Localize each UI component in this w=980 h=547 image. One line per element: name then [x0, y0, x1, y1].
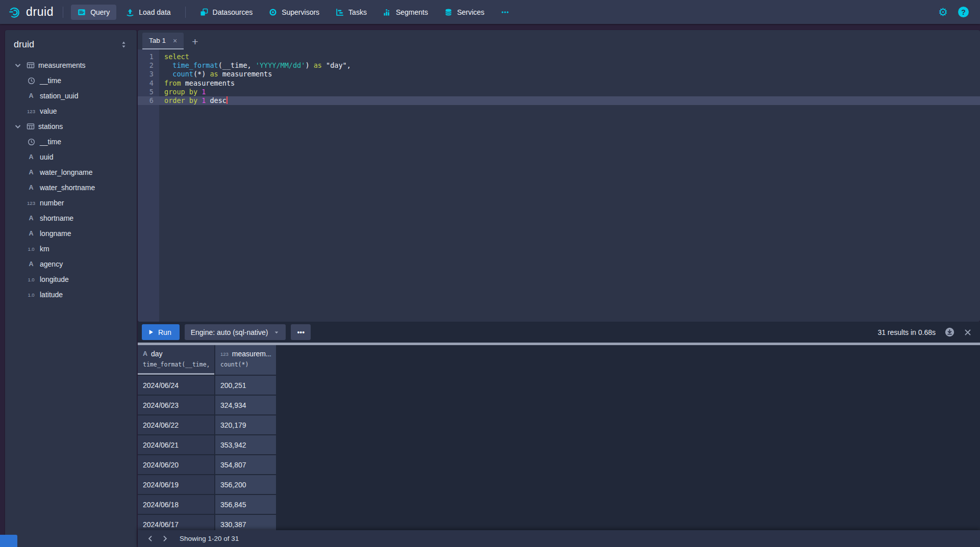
nav-item-tasks[interactable]: Tasks [329, 5, 373, 20]
druid-logo-icon [8, 6, 21, 19]
nav-item-supervisors[interactable]: Supervisors [262, 5, 326, 20]
results-table: Aday time_format(__time, … 123measurem..… [138, 345, 980, 530]
cell-count[interactable]: 330,387 [215, 515, 276, 530]
tree-table-stations[interactable]: stations [5, 119, 137, 134]
tree-column-time[interactable]: __time [5, 73, 137, 88]
nav-item-label: Load data [139, 8, 170, 16]
cell-day[interactable]: 2024/06/24 [138, 376, 214, 395]
more-icon [501, 8, 509, 16]
cell-day[interactable]: 2024/06/19 [138, 475, 214, 494]
new-tab-button[interactable]: + [192, 36, 198, 47]
nav-item-label: Query [90, 8, 110, 16]
column-title: day [151, 350, 163, 358]
tree-column-longname[interactable]: A longname [5, 226, 137, 241]
code-line-3[interactable]: 3 count(*) as measurements [138, 70, 980, 79]
logo-text: druid [26, 5, 54, 19]
code-line-5[interactable]: 5 group by 1 [138, 88, 980, 96]
query-more-button[interactable]: ••• [291, 324, 311, 340]
prev-page-button[interactable] [143, 533, 158, 544]
cell-count[interactable]: 356,845 [215, 495, 276, 514]
query-editor-panel: Tab 1 × + 1 select 2 time_format(__time,… [138, 30, 980, 322]
chevron-down-icon [13, 61, 23, 69]
engine-select-button[interactable]: Engine: auto (sql-native) [185, 324, 286, 340]
cell-day[interactable]: 2024/06/23 [138, 396, 214, 414]
tree-column-km[interactable]: 1.0 km [5, 241, 137, 256]
string-type-icon: A [26, 169, 36, 176]
tree-column-value[interactable]: 123 value [5, 103, 137, 119]
tree-column-time[interactable]: __time [5, 134, 137, 149]
line-number: 6 [138, 96, 159, 105]
schema-sidebar: druid measurements __time A station_uuid… [5, 30, 137, 547]
string-type-icon: A [26, 184, 36, 191]
table-row: 2024/06/19 356,200 [138, 475, 980, 494]
tree-label: __time [40, 138, 61, 146]
tree-label: water_longname [40, 168, 93, 176]
help-icon[interactable]: ? [958, 7, 969, 17]
tree-column-number[interactable]: 123 number [5, 195, 137, 211]
tree-column-agency[interactable]: A agency [5, 256, 137, 272]
sql-editor[interactable]: 1 select 2 time_format(__time, 'YYYY/MM/… [138, 49, 980, 322]
code-line-2[interactable]: 2 time_format(__time, 'YYYY/MM/dd') as "… [138, 61, 980, 70]
cell-day[interactable]: 2024/06/17 [138, 515, 214, 530]
table-row: 2024/06/20 354,807 [138, 455, 980, 474]
cell-count[interactable]: 356,200 [215, 475, 276, 494]
tree-column-water-shortname[interactable]: A water_shortname [5, 180, 137, 195]
schema-header: druid [5, 30, 137, 58]
nav-item-datasources[interactable]: Datasources [193, 5, 260, 20]
nav-item-services[interactable]: Services [438, 5, 491, 20]
nav-item-segments[interactable]: Segments [376, 5, 435, 20]
double-caret-vertical-icon[interactable] [120, 41, 128, 48]
druid-logo[interactable]: druid [8, 5, 54, 19]
code-line-6-active[interactable]: 6 order by 1 desc [138, 96, 980, 105]
sql-token: select [164, 53, 189, 61]
play-icon [147, 329, 154, 335]
engine-label: Engine: auto (sql-native) [191, 328, 268, 336]
column-header-day[interactable]: Aday time_format(__time, … [138, 345, 214, 375]
schema-name: druid [14, 39, 34, 50]
cell-count[interactable]: 354,807 [215, 455, 276, 474]
tree-label: number [40, 199, 64, 207]
tree-column-latitude[interactable]: 1.0 latitude [5, 287, 137, 302]
tree-column-station-uuid[interactable]: A station_uuid [5, 88, 137, 103]
tree-column-shortname[interactable]: A shortname [5, 211, 137, 226]
tree-column-water-longname[interactable]: A water_longname [5, 165, 137, 180]
tree-column-uuid[interactable]: A uuid [5, 149, 137, 165]
tree-label: __time [40, 76, 61, 85]
settings-gear-icon[interactable]: ⚙ [938, 7, 948, 17]
bottom-left-button[interactable] [0, 535, 17, 547]
navbar-divider [63, 7, 63, 18]
eye-icon [269, 8, 277, 16]
cell-count[interactable]: 200,251 [215, 376, 276, 395]
editor-tabbar: Tab 1 × + [138, 30, 980, 49]
download-results-button[interactable] [945, 327, 954, 337]
pagination-bar: Showing 1-20 of 31 [138, 530, 980, 547]
code-line-4[interactable]: 4 from measurements [138, 79, 980, 88]
next-page-button[interactable] [158, 533, 172, 544]
table-row: 2024/06/24 200,251 [138, 376, 980, 395]
nav-more-button[interactable] [494, 5, 516, 20]
cell-count[interactable]: 353,942 [215, 435, 276, 454]
cell-day[interactable]: 2024/06/18 [138, 495, 214, 514]
run-label: Run [158, 328, 171, 336]
tree-table-measurements[interactable]: measurements [5, 58, 137, 73]
line-number: 5 [138, 88, 159, 96]
tab-1[interactable]: Tab 1 × [142, 33, 184, 49]
tree-column-longitude[interactable]: 1.0 longitude [5, 272, 137, 287]
nav-item-query[interactable]: Query [71, 5, 116, 20]
database-icon [444, 8, 453, 16]
cell-day[interactable]: 2024/06/20 [138, 455, 214, 474]
tab-close-icon[interactable]: × [173, 37, 177, 44]
tree-label: station_uuid [40, 92, 79, 100]
close-results-button[interactable] [964, 328, 972, 336]
cell-day[interactable]: 2024/06/22 [138, 415, 214, 434]
cell-count[interactable]: 324,934 [215, 396, 276, 414]
cell-count[interactable]: 320,179 [215, 415, 276, 434]
nav-item-load-data[interactable]: Load data [119, 5, 177, 20]
more-label: ••• [297, 328, 305, 336]
column-header-measurements[interactable]: 123measurem... count(*) [215, 345, 276, 375]
nav-item-label: Supervisors [282, 8, 319, 16]
sql-token: (*) [193, 70, 210, 78]
run-button[interactable]: Run [142, 324, 180, 340]
code-line-1[interactable]: 1 select [138, 53, 980, 61]
cell-day[interactable]: 2024/06/21 [138, 435, 214, 454]
